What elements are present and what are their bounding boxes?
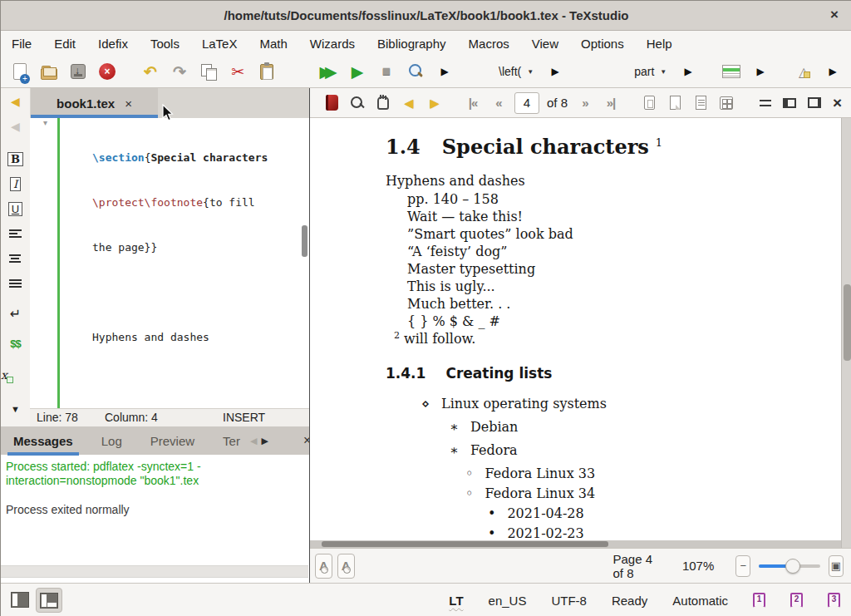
languagetool-indicator[interactable]: LT bbox=[449, 594, 463, 608]
next-bookmark-icon[interactable]: ◀ bbox=[1, 120, 30, 133]
menu-macros[interactable]: Macros bbox=[469, 37, 509, 51]
pdf-book-icon bbox=[326, 95, 338, 111]
align-justify-button[interactable] bbox=[1, 278, 30, 293]
subscript-button[interactable]: x bbox=[1, 368, 7, 382]
pdf-viewer[interactable]: 1.4Special characters1 Hyphens and dashe… bbox=[310, 118, 851, 548]
tab-messages[interactable]: Messages bbox=[13, 434, 73, 448]
tab-terminal[interactable]: Ter bbox=[223, 434, 240, 448]
last-page-button[interactable]: »| bbox=[601, 92, 621, 114]
insert-table-button[interactable] bbox=[721, 61, 742, 82]
editor-scrollbar-thumb[interactable] bbox=[302, 225, 307, 257]
insert-symbol-button[interactable]: △ bbox=[793, 61, 814, 82]
section-combo-apply[interactable]: ▶ bbox=[677, 61, 699, 82]
menu-wizards[interactable]: Wizards bbox=[310, 37, 355, 51]
menu-bibliography[interactable]: Bibliography bbox=[377, 37, 446, 51]
continuous-mode-button[interactable] bbox=[665, 92, 685, 114]
align-center-button[interactable] bbox=[1, 253, 30, 268]
toggle-sidebar-icon[interactable] bbox=[11, 592, 29, 608]
menu-options[interactable]: Options bbox=[581, 37, 624, 51]
previous-page-button[interactable]: « bbox=[489, 92, 509, 114]
menu-idefix[interactable]: Idefix bbox=[98, 37, 128, 51]
strip-more-icon[interactable]: ▼ bbox=[1, 404, 30, 414]
linebreak-button[interactable]: ↵ bbox=[1, 306, 30, 322]
toolbar-overflow-1[interactable]: ▶ bbox=[434, 61, 455, 82]
encoding-indicator[interactable]: UTF-8 bbox=[551, 594, 587, 608]
bookmark-3-icon[interactable]: 3 bbox=[828, 593, 840, 608]
toggle-bottom-panel-button[interactable] bbox=[36, 588, 62, 613]
save-button[interactable] bbox=[67, 61, 89, 82]
view-pdf-button[interactable] bbox=[405, 61, 426, 82]
windowed-viewer-icon[interactable] bbox=[808, 97, 821, 108]
align-left-button[interactable] bbox=[1, 228, 30, 243]
code-editor[interactable]: ▾ \section{Special characters \protect\f… bbox=[30, 118, 309, 408]
zoom-out-button[interactable]: − bbox=[735, 555, 750, 577]
page-count-label: of 8 bbox=[545, 96, 569, 110]
symbol-overflow[interactable]: ▶ bbox=[822, 61, 844, 82]
zoom-fit-button[interactable]: ▣ bbox=[829, 555, 844, 577]
line-ending-indicator[interactable]: Automatic bbox=[672, 594, 728, 608]
single-page-mode-button[interactable] bbox=[639, 92, 659, 114]
prev-bookmark-icon[interactable]: ◀ bbox=[1, 95, 30, 108]
inline-math-button[interactable]: $$ bbox=[1, 338, 30, 350]
pdf-vscroll-thumb[interactable] bbox=[844, 284, 851, 361]
new-file-button[interactable] bbox=[9, 61, 31, 82]
tab-scroll-right-icon[interactable]: ▶ bbox=[261, 436, 268, 446]
window-close-icon[interactable]: × bbox=[830, 7, 839, 23]
bookmark-2-icon[interactable]: 2 bbox=[790, 593, 803, 608]
jump-forward-button[interactable]: ▶ bbox=[425, 92, 445, 114]
section-level-combo[interactable]: part ▼ bbox=[631, 65, 670, 78]
close-document-button[interactable]: × bbox=[96, 61, 118, 82]
status-bar: LT en_US UTF-8 Ready Automatic 1 2 3 bbox=[1, 583, 851, 616]
menu-edit[interactable]: Edit bbox=[54, 37, 76, 51]
build-and-view-button[interactable]: ▶▶ bbox=[317, 61, 339, 82]
cut-button[interactable]: ✂ bbox=[227, 61, 248, 82]
zoom-slider[interactable] bbox=[759, 559, 820, 574]
menu-help[interactable]: Help bbox=[647, 37, 672, 51]
bookmark-1-icon[interactable]: 1 bbox=[753, 593, 765, 608]
table-overflow[interactable]: ▶ bbox=[750, 61, 771, 82]
detach-viewer-icon[interactable] bbox=[760, 100, 771, 106]
pdf-pan-button[interactable] bbox=[373, 92, 393, 114]
tab-scroll-left-icon[interactable]: ◀ bbox=[250, 436, 257, 446]
italic-button[interactable]: I bbox=[1, 176, 30, 191]
language-indicator[interactable]: en_US bbox=[489, 594, 527, 608]
menu-latex[interactable]: LaTeX bbox=[202, 37, 238, 51]
open-file-button[interactable] bbox=[38, 61, 60, 82]
text-mode-button[interactable] bbox=[691, 92, 711, 114]
math-combo-apply[interactable]: ▶ bbox=[544, 61, 566, 82]
pdf-close-icon[interactable]: × bbox=[833, 94, 842, 112]
pdf-horizontal-scrollbar[interactable] bbox=[310, 540, 841, 548]
code-fold-icon[interactable]: ▾ bbox=[43, 118, 47, 127]
bold-button[interactable]: B bbox=[1, 151, 30, 166]
tab-log[interactable]: Log bbox=[101, 434, 122, 448]
tab-preview[interactable]: Preview bbox=[150, 434, 194, 448]
stop-button[interactable]: ■ bbox=[376, 61, 397, 82]
slider-thumb[interactable] bbox=[785, 559, 800, 574]
redo-button[interactable]: ↷ bbox=[169, 61, 190, 82]
toggle-panel-icon[interactable] bbox=[783, 98, 796, 108]
menu-tools[interactable]: Tools bbox=[150, 37, 180, 51]
scroll-tool-button[interactable]: A bbox=[337, 554, 355, 579]
menu-file[interactable]: File bbox=[12, 37, 32, 51]
underline-button[interactable]: U bbox=[1, 201, 30, 216]
first-page-button[interactable]: |« bbox=[463, 92, 483, 114]
pdf-search-button[interactable] bbox=[347, 92, 367, 114]
math-symbol-combo[interactable]: \left( ▼ bbox=[495, 65, 537, 78]
compile-button[interactable]: ▶ bbox=[347, 61, 368, 82]
page-number-input[interactable] bbox=[514, 92, 539, 114]
hand-icon bbox=[377, 96, 389, 110]
menu-math[interactable]: Math bbox=[259, 37, 287, 51]
undo-button[interactable]: ↶ bbox=[140, 61, 161, 82]
magnifier-tool-button[interactable]: A bbox=[315, 554, 332, 579]
grid-mode-button[interactable] bbox=[716, 92, 736, 114]
copy-button[interactable] bbox=[198, 61, 219, 82]
tab-book1-tex[interactable]: book1.tex × bbox=[31, 88, 158, 118]
pdf-file-button[interactable] bbox=[322, 92, 342, 114]
paste-button[interactable] bbox=[256, 61, 278, 82]
pdf-hscroll-thumb[interactable] bbox=[322, 541, 608, 547]
menu-view[interactable]: View bbox=[532, 37, 558, 51]
pdf-vertical-scrollbar[interactable] bbox=[841, 118, 851, 548]
tab-close-icon[interactable]: × bbox=[125, 96, 132, 111]
jump-back-button[interactable]: ◀ bbox=[399, 92, 419, 114]
next-page-button[interactable]: » bbox=[575, 92, 595, 114]
